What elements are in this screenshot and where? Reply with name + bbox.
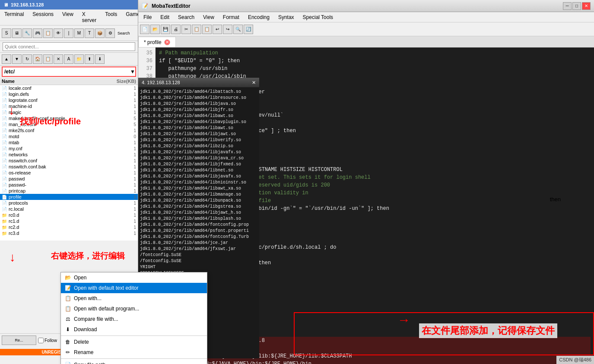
context-menu-item[interactable]: 🗑Delete	[61, 337, 207, 347]
context-menu-item[interactable]: 📋Open with...	[61, 293, 207, 304]
file-item[interactable]: 📄mke2fs.conf1	[0, 127, 138, 133]
file-item[interactable]: 📁rc2.d1	[0, 224, 138, 230]
csdn-watermark: CSDN @瑞486	[556, 356, 594, 364]
settings-btn[interactable]: ⚙	[105, 28, 115, 38]
tab-close-btn[interactable]: ✕	[164, 39, 170, 45]
file-item[interactable]: 📄passwd-1	[0, 182, 138, 188]
close-window-btn[interactable]: ✕	[582, 2, 591, 10]
menu-sessions[interactable]: Sessions	[30, 10, 56, 24]
editor-print-btn[interactable]: 🖨	[171, 25, 181, 34]
editor-menu-special-tools[interactable]: Special Tools	[299, 13, 337, 21]
editor-open-btn[interactable]: 📂	[150, 25, 160, 34]
file-item[interactable]: 📄profile1	[0, 194, 138, 200]
file-item[interactable]: 📄networks1	[0, 152, 138, 158]
tunneling-btn[interactable]: T	[85, 28, 94, 38]
context-menu-item[interactable]: 📋Open with default program...	[61, 304, 207, 314]
file-item[interactable]: 📄passwd1	[0, 176, 138, 182]
file-item[interactable]: 📄protocols1	[0, 200, 138, 206]
terminal-line: jdk1.8.0_202/jre/lib/amd64/libjawt.so	[140, 131, 257, 137]
editor-menu-encoding[interactable]: Encoding	[245, 13, 273, 21]
file-item[interactable]: 📄nsswitch.conf1	[0, 158, 138, 164]
minimize-btn[interactable]: ─	[563, 2, 572, 10]
editor-undo-btn[interactable]: ↩	[213, 25, 222, 34]
maximize-btn[interactable]: □	[572, 2, 581, 10]
terminal-close-btn[interactable]: ✕	[252, 80, 256, 85]
context-menu-item[interactable]: ⚖Compare file with...	[61, 314, 207, 324]
file-name: passwd-	[9, 182, 108, 187]
editor-find-btn[interactable]: 🔍	[233, 25, 243, 34]
games-btn[interactable]: 🎮	[33, 28, 42, 38]
up-btn[interactable]: ▲	[2, 54, 11, 64]
file-type-icon: 📄	[2, 122, 7, 127]
follow-checkbox[interactable]	[38, 338, 44, 343]
terminal-line: jdk1.8.0_202/jre/lib/amd64/libgstrea.so	[140, 204, 257, 210]
session-btn[interactable]: S	[2, 28, 11, 38]
file-item[interactable]: 📄mtab1	[0, 139, 138, 146]
down-arrow-2: ↓	[10, 250, 16, 264]
file-item[interactable]: 📄locale.conf1	[0, 85, 138, 91]
menu-terminal[interactable]: Terminal	[2, 10, 26, 24]
menu-item-icon: 📂	[64, 274, 71, 281]
editor-copy-btn[interactable]: 📋	[192, 25, 201, 34]
editor-menu-view[interactable]: View	[200, 13, 218, 21]
file-type-icon: 📄	[2, 201, 7, 206]
file-item[interactable]: 📄rc.local1	[0, 206, 138, 212]
file-item[interactable]: 📄login.defs1	[0, 91, 138, 97]
refresh-btn[interactable]: ↻	[22, 54, 32, 64]
file-item[interactable]: 📁rc3.d1	[0, 230, 138, 236]
file-item[interactable]: 📄printcap1	[0, 188, 138, 194]
editor-save-btn[interactable]: 💾	[161, 25, 170, 34]
editor-menu-search[interactable]: Search	[175, 13, 198, 21]
menu-view[interactable]: View	[60, 10, 76, 24]
context-menu-item[interactable]: 📄Copy file path	[61, 360, 207, 364]
file-item[interactable]: 📄os-release1	[0, 170, 138, 176]
editor-paste-btn[interactable]: 📋	[202, 25, 212, 34]
editor-cut-btn[interactable]: ✂	[181, 25, 191, 34]
home-btn[interactable]: 🏠	[33, 54, 42, 64]
copy-btn[interactable]: 📋	[43, 54, 53, 64]
editor-menu-syntax[interactable]: Syntax	[275, 13, 298, 21]
editor-menu-edit[interactable]: Edit	[157, 13, 173, 21]
quick-connect-input[interactable]	[3, 42, 135, 51]
file-item[interactable]: 📄magic1	[0, 109, 138, 115]
path-dropdown-icon[interactable]: ▼	[130, 69, 135, 75]
upload-btn[interactable]: ⬆	[85, 54, 94, 64]
menu-separator	[61, 358, 207, 359]
editor-new-btn[interactable]: 📄	[140, 25, 149, 34]
editor-menu-format[interactable]: Format	[219, 13, 243, 21]
file-item[interactable]: 📄motd0	[0, 133, 138, 139]
download2-btn[interactable]: ⬇	[95, 54, 105, 64]
file-size: 1	[110, 128, 136, 133]
close-btn[interactable]: ✕	[54, 54, 63, 64]
context-menu-item[interactable]: 📝Open with default text editor	[61, 283, 207, 293]
file-item[interactable]: 📁rc0.d1	[0, 212, 138, 218]
file-item[interactable]: 📄nsswitch.conf.bak1	[0, 164, 138, 170]
file-item[interactable]: 📄machine-id1	[0, 103, 138, 109]
sessions-btn[interactable]: 📋	[43, 28, 53, 38]
context-menu-item[interactable]: ✏Rename	[61, 347, 207, 358]
down-btn[interactable]: ▼	[12, 54, 22, 64]
menu-xserver[interactable]: X server	[79, 10, 99, 24]
file-item[interactable]: 📄logrotate.conf1	[0, 97, 138, 103]
view-btn[interactable]: 👁	[54, 28, 63, 38]
terminal-line: jdk1.8.0_202/jre/lib/amd64/psfont.proper…	[140, 228, 257, 234]
context-menu-item[interactable]: ⬇Download	[61, 324, 207, 335]
new-folder-btn[interactable]: 📁	[74, 54, 84, 64]
path-input[interactable]	[3, 69, 130, 75]
menu-tools[interactable]: Tools	[102, 10, 120, 24]
split-btn[interactable]: |	[64, 28, 73, 38]
tools-btn[interactable]: 🔧	[22, 28, 32, 38]
editor-tab-profile[interactable]: * profile ✕	[138, 37, 176, 47]
editor-redo-btn[interactable]: ↪	[223, 25, 232, 34]
context-menu-item[interactable]: 📂Open	[61, 272, 207, 283]
servers-btn[interactable]: 🖥	[12, 28, 22, 38]
file-item[interactable]: 📁rc1.d1	[0, 218, 138, 224]
editor-menu-file[interactable]: File	[140, 13, 155, 21]
multiexec-btn[interactable]: M	[74, 28, 84, 38]
file-item[interactable]: 📄my.cnf1	[0, 146, 138, 152]
reconnect-btn[interactable]: Re...	[2, 336, 36, 345]
file-size: 1	[110, 213, 136, 218]
filter-btn[interactable]: A	[64, 54, 73, 64]
editor-replace-btn[interactable]: 🔄	[244, 25, 253, 34]
packages-btn[interactable]: 📦	[95, 28, 105, 38]
